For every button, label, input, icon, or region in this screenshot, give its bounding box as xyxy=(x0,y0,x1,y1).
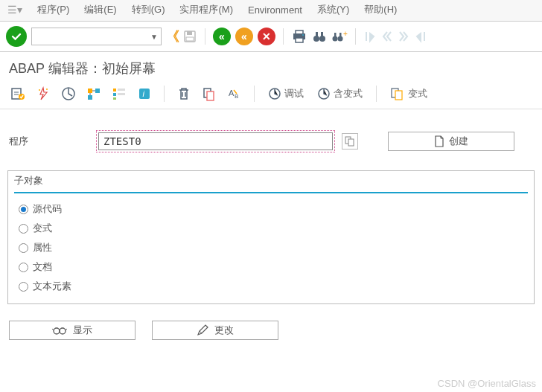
separator xyxy=(355,28,356,45)
create-label: 创建 xyxy=(449,135,468,148)
check-icon[interactable] xyxy=(9,85,27,103)
svg-rect-26 xyxy=(118,89,125,91)
svg-rect-4 xyxy=(296,30,303,34)
debug-button[interactable]: 调试 xyxy=(265,86,307,102)
radio-label: 文档 xyxy=(33,260,52,274)
find-next-icon[interactable]: + xyxy=(331,29,348,44)
with-variant-button[interactable]: 含变式 xyxy=(314,86,366,102)
find-icon[interactable] xyxy=(312,29,327,44)
page-title: ABAP 编辑器：初始屏幕 xyxy=(0,52,542,80)
menu-help[interactable]: 帮助(H) xyxy=(364,3,397,16)
radio-icon xyxy=(19,224,28,234)
radio-icon xyxy=(19,282,28,292)
radio-icon xyxy=(19,205,28,214)
execute-icon[interactable] xyxy=(60,85,77,103)
radio-attributes[interactable]: 属性 xyxy=(8,238,534,257)
variant-button[interactable]: 变式 xyxy=(387,86,430,102)
separator xyxy=(376,86,377,102)
info-icon[interactable]: i xyxy=(136,85,153,103)
radio-icon xyxy=(19,243,28,253)
svg-text:A: A xyxy=(229,89,235,97)
radio-documentation[interactable]: 文档 xyxy=(8,257,534,277)
svg-rect-24 xyxy=(113,89,116,91)
save-icon[interactable] xyxy=(182,29,197,44)
cancel-button[interactable]: ✕ xyxy=(258,28,275,45)
with-variant-label: 含变式 xyxy=(334,87,363,100)
program-label: 程序 xyxy=(9,135,91,148)
pencil-icon xyxy=(197,324,208,336)
program-input[interactable] xyxy=(98,132,333,150)
svg-rect-32 xyxy=(207,91,214,100)
command-field[interactable]: ▼ xyxy=(31,28,162,45)
radio-icon xyxy=(19,263,28,272)
svg-rect-25 xyxy=(113,93,116,96)
back-button[interactable]: « xyxy=(213,28,231,45)
svg-rect-2 xyxy=(186,37,194,41)
separator xyxy=(205,28,205,45)
svg-rect-9 xyxy=(316,32,318,36)
change-button[interactable]: 更改 xyxy=(152,321,278,340)
radio-label: 属性 xyxy=(33,241,52,254)
radio-label: 源代码 xyxy=(33,202,62,216)
caret-down-icon: ▼ xyxy=(150,33,158,41)
radio-label: 变式 xyxy=(33,222,52,235)
system-toolbar: ▼ 《 « « ✕ + xyxy=(0,22,542,52)
svg-rect-10 xyxy=(321,32,323,36)
exit-button[interactable]: « xyxy=(235,28,253,45)
delete-icon[interactable] xyxy=(175,85,193,103)
svg-point-11 xyxy=(333,36,338,42)
f4-help-button[interactable] xyxy=(342,133,358,150)
menu-dropdown-icon[interactable]: ☰▾ xyxy=(7,4,22,16)
rename-icon[interactable]: AB xyxy=(226,85,243,103)
change-label: 更改 xyxy=(214,324,234,337)
collapse-icon[interactable]: 《 xyxy=(166,28,175,45)
next-page-icon[interactable] xyxy=(398,29,409,44)
menu-utilities[interactable]: 实用程序(M) xyxy=(179,3,233,16)
radio-text-elements[interactable]: 文本元素 xyxy=(8,277,534,296)
svg-rect-23 xyxy=(88,95,92,100)
radio-label: 文本元素 xyxy=(33,280,71,293)
svg-rect-29 xyxy=(139,89,150,99)
separator xyxy=(283,28,284,45)
display-button[interactable]: 显示 xyxy=(9,321,136,340)
create-button[interactable]: 创建 xyxy=(388,132,514,151)
object-list-icon[interactable] xyxy=(110,85,128,103)
glasses-icon xyxy=(52,325,67,335)
menubar: ☰▾ 程序(P) 编辑(E) 转到(G) 实用程序(M) Environment… xyxy=(0,0,542,22)
menu-edit[interactable]: 编辑(E) xyxy=(84,3,116,16)
svg-point-8 xyxy=(319,36,325,42)
bottom-actions: 显示 更改 xyxy=(0,312,542,349)
menu-goto[interactable]: 转到(G) xyxy=(132,3,165,16)
svg-rect-21 xyxy=(88,89,92,93)
svg-rect-14 xyxy=(339,33,342,36)
svg-rect-28 xyxy=(113,97,116,100)
first-page-icon[interactable] xyxy=(363,29,377,44)
activate-icon[interactable] xyxy=(34,85,52,103)
radio-source[interactable]: 源代码 xyxy=(8,199,534,219)
menu-environment[interactable]: Environment xyxy=(248,4,302,16)
where-used-icon[interactable] xyxy=(85,85,103,103)
group-divider xyxy=(14,192,528,193)
program-input-wrap xyxy=(98,132,333,150)
enter-button[interactable] xyxy=(6,26,27,47)
separator xyxy=(164,86,165,102)
radio-variant[interactable]: 变式 xyxy=(8,219,534,238)
page-icon xyxy=(434,135,444,147)
copy-icon[interactable] xyxy=(200,85,218,103)
svg-point-41 xyxy=(54,328,60,334)
svg-rect-22 xyxy=(95,89,100,93)
prev-page-icon[interactable] xyxy=(381,29,393,44)
svg-rect-13 xyxy=(334,33,337,36)
subobjects-title: 子对象 xyxy=(8,171,534,192)
menu-program[interactable]: 程序(P) xyxy=(37,3,69,16)
display-label: 显示 xyxy=(73,324,92,337)
separator xyxy=(254,86,255,102)
svg-point-12 xyxy=(338,36,343,42)
svg-point-7 xyxy=(313,36,319,42)
print-icon[interactable] xyxy=(291,29,307,44)
variant-label: 变式 xyxy=(408,87,427,100)
last-page-icon[interactable] xyxy=(414,29,427,44)
svg-text:B: B xyxy=(235,93,238,100)
svg-rect-27 xyxy=(118,93,125,95)
menu-system[interactable]: 系统(Y) xyxy=(317,3,349,16)
